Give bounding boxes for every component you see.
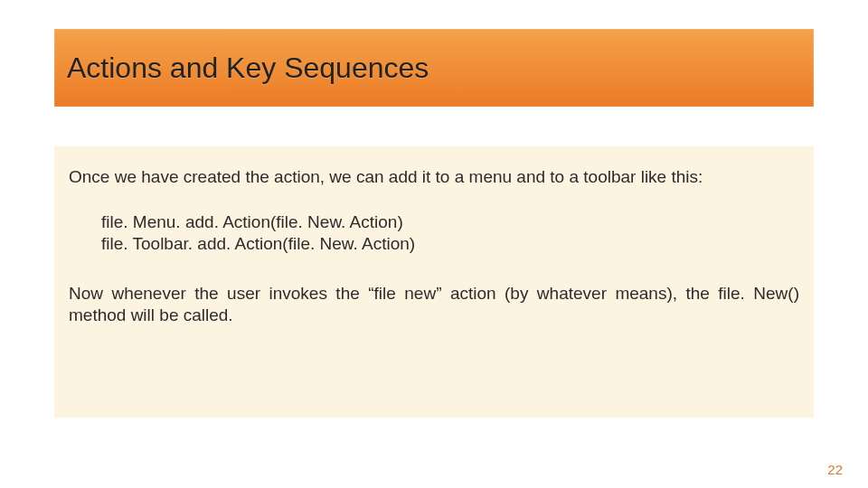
page-number: 22 [827,462,843,477]
slide-title-bar: Actions and Key Sequences [54,29,814,107]
followup-paragraph: Now whenever the user invokes the “file … [69,283,799,326]
slide-content: Once we have created the action, we can … [54,146,814,418]
code-line-2: file. Toolbar. add. Action(file. New. Ac… [101,233,799,256]
code-line-1: file. Menu. add. Action(file. New. Actio… [101,211,799,234]
slide-title: Actions and Key Sequences [67,52,429,85]
code-block: file. Menu. add. Action(file. New. Actio… [101,211,799,256]
intro-paragraph: Once we have created the action, we can … [69,166,799,188]
